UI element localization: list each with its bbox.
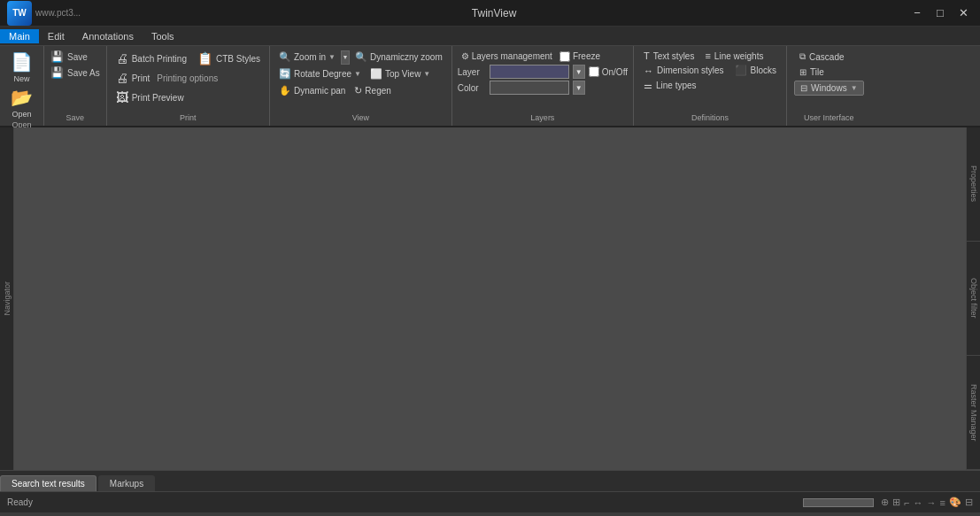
layer-label: Layer	[458, 67, 486, 77]
open-button[interactable]: 📂 Open	[5, 85, 38, 120]
save-button[interactable]: 💾 Save	[48, 50, 103, 64]
navigator-panel-tab[interactable]: Navigator	[1, 278, 13, 320]
menu-bar: Main Edit Annotations Tools	[0, 27, 980, 46]
save-as-icon: 💾	[50, 66, 64, 79]
layer-dropdown-btn[interactable]: ▼	[573, 65, 585, 79]
text-styles-button[interactable]: T Text styles	[641, 50, 697, 62]
layers-group-label: Layers	[458, 113, 628, 124]
ribbon-group-view: 🔍 Zoom in ▼ ▼ 🔍 Dynamiczny zoom 🔄 Rotate…	[270, 46, 452, 126]
print-button[interactable]: 🖨 Print	[112, 69, 154, 87]
top-view-dropdown-arrow: ▼	[423, 70, 430, 78]
ribbon-group-save: 💾 Save 💾 Save As Save	[44, 46, 107, 126]
view-row-2: 🔄 Rotate Degree ▼ ⬜ Top View ▼	[275, 66, 446, 81]
ui-row-1: ⧉ Cascade	[794, 50, 864, 64]
grid-icon[interactable]: ⊞	[892, 497, 900, 508]
save-group-label: Save	[48, 113, 103, 124]
zoom-in-button[interactable]: 🔍 Zoom in ▼	[275, 50, 339, 65]
layers-management-button[interactable]: ⚙ Layers management	[458, 50, 556, 63]
print-row-1: 🖨 Batch Printing 📋 CTB Styles	[112, 50, 264, 67]
menu-main[interactable]: Main	[0, 29, 39, 43]
print-preview-icon: 🖼	[116, 90, 128, 104]
zoom-in-dropdown[interactable]: ▼	[341, 50, 350, 65]
color-display-icon[interactable]: 🎨	[949, 497, 961, 508]
search-text-results-tab[interactable]: Search text results	[0, 475, 96, 491]
view-icon[interactable]: ⊟	[965, 497, 973, 508]
object-filter-label: Object filter	[968, 274, 980, 322]
tracking-icon[interactable]: →	[927, 497, 937, 508]
snap-icon[interactable]: ⊕	[881, 497, 889, 508]
new-button[interactable]: 📄 New	[5, 50, 38, 85]
tile-icon: ⊞	[799, 67, 806, 77]
status-text: Ready	[7, 497, 33, 507]
line-icon[interactable]: ≡	[940, 497, 945, 508]
title-bar: TW www.pct3... TwinView − □ ✕	[0, 0, 980, 27]
defs-row-2: ↔ Dimension styles ⬛ Blocks	[641, 64, 779, 77]
top-view-button[interactable]: ⬜ Top View ▼	[367, 66, 434, 81]
window-title: TwinView	[81, 7, 907, 19]
ctb-icon: 📋	[197, 51, 212, 65]
on-off-checkbox[interactable]	[589, 66, 599, 77]
rotate-icon: 🔄	[279, 68, 291, 80]
ui-row-2: ⊞ Tile	[794, 65, 864, 79]
close-button[interactable]: ✕	[953, 4, 973, 23]
open-icon: 📂	[11, 87, 33, 108]
properties-panel-tab[interactable]: Properties	[967, 127, 980, 242]
logo-area: TW www.pct3...	[7, 1, 81, 26]
ribbon-group-print: 🖨 Batch Printing 📋 CTB Styles 🖨 Print Pr…	[107, 46, 270, 126]
windows-dropdown-arrow: ▼	[851, 84, 858, 92]
window-controls: − □ ✕	[907, 4, 973, 23]
tile-button[interactable]: ⊞ Tile	[794, 65, 830, 79]
freeze-checkbox[interactable]	[559, 51, 570, 62]
status-bar: Ready ⊕ ⊞ ⌐ ↔ → ≡ 🎨 ⊟	[0, 491, 980, 512]
save-icon: 💾	[50, 50, 64, 63]
status-progress-bar	[803, 498, 874, 507]
ortho-icon[interactable]: ⌐	[904, 497, 909, 508]
new-icon: 📄	[11, 51, 33, 73]
bottom-tabs: Search text results Markups	[0, 470, 980, 491]
cascade-button[interactable]: ⧉ Cascade	[794, 50, 849, 64]
windows-button[interactable]: ⊟ Windows ▼	[794, 81, 864, 96]
dimension-styles-icon: ↔	[644, 65, 653, 76]
polar-icon[interactable]: ↔	[914, 497, 923, 508]
minimize-button[interactable]: −	[907, 4, 927, 23]
zoom-in-dropdown-arrow: ▼	[328, 53, 336, 61]
windows-icon: ⊟	[800, 83, 807, 93]
line-types-icon: ⚌	[644, 80, 652, 91]
dimension-styles-button[interactable]: ↔ Dimension styles	[641, 65, 727, 77]
color-dropdown-btn[interactable]: ▼	[573, 81, 585, 95]
print-preview-button[interactable]: 🖼 Print Preview	[112, 89, 188, 106]
markups-tab[interactable]: Markups	[98, 475, 155, 491]
layers-row-1: ⚙ Layers management Freeze	[458, 50, 628, 63]
line-types-button[interactable]: ⚌ Line types	[641, 79, 699, 92]
batch-print-button[interactable]: 🖨 Batch Printing	[112, 50, 190, 67]
blocks-icon: ⬛	[735, 65, 747, 76]
menu-edit[interactable]: Edit	[39, 29, 73, 43]
ribbon: 📄 New 📂 Open Open 💾 Save 💾 Save As Save …	[0, 46, 980, 127]
defs-row-3: ⚌ Line types	[641, 79, 779, 92]
printing-options-label[interactable]: Printing options	[157, 73, 218, 83]
dynamiczny-zoom-button[interactable]: 🔍 Dynamiczny zoom	[351, 50, 446, 65]
line-weights-button[interactable]: ≡ Line weights	[702, 50, 766, 62]
zoom-in-icon: 🔍	[279, 51, 291, 63]
text-styles-icon: T	[644, 50, 650, 61]
app-logo: TW	[7, 1, 32, 26]
top-view-icon: ⬜	[370, 68, 382, 80]
menu-tools[interactable]: Tools	[143, 29, 183, 43]
canvas-area[interactable]	[14, 127, 966, 470]
maximize-button[interactable]: □	[930, 4, 950, 23]
save-as-button[interactable]: 💾 Save As	[48, 65, 103, 80]
regen-button[interactable]: ↻ Regen	[351, 83, 394, 98]
right-panels: Properties Object filter Raster Manager	[966, 127, 980, 470]
layer-input[interactable]	[490, 65, 569, 79]
rotate-dropdown-arrow: ▼	[354, 70, 361, 78]
dynamic-pan-button[interactable]: ✋ Dynamic pan	[275, 83, 349, 98]
object-filter-panel-tab[interactable]: Object filter	[967, 242, 980, 356]
rotate-degree-button[interactable]: 🔄 Rotate Degree ▼	[275, 66, 365, 81]
raster-manager-panel-tab[interactable]: Raster Manager	[967, 356, 980, 470]
menu-annotations[interactable]: Annotations	[73, 29, 143, 43]
ctb-styles-button[interactable]: 📋 CTB Styles	[194, 50, 264, 67]
print-row-3: 🖼 Print Preview	[112, 89, 264, 106]
color-input[interactable]	[490, 81, 569, 95]
ribbon-group-layers: ⚙ Layers management Freeze Layer ▼ On/Of…	[452, 46, 634, 126]
blocks-button[interactable]: ⬛ Blocks	[732, 64, 779, 77]
